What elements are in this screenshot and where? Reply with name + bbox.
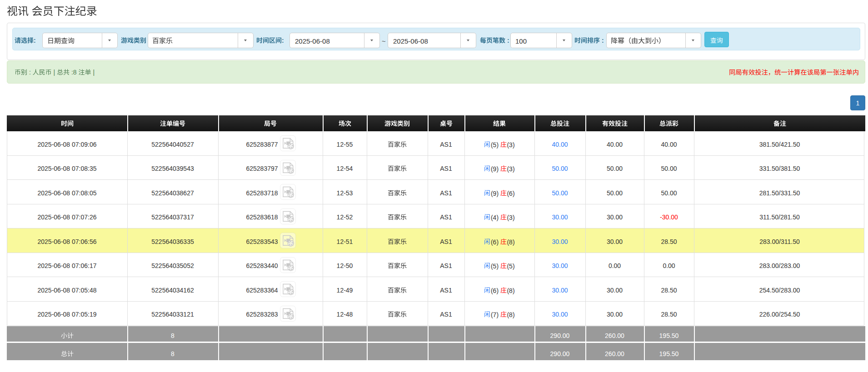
svg-text::: : — [27, 69, 33, 76]
svg-text::: : — [600, 37, 604, 44]
svg-text::8: :8 — [70, 69, 78, 76]
svg-text::: : — [34, 37, 36, 44]
svg-text:|: | — [91, 69, 95, 76]
svg-text::: : — [282, 37, 284, 44]
svg-text:|: | — [52, 69, 57, 76]
svg-text::: : — [505, 37, 509, 44]
